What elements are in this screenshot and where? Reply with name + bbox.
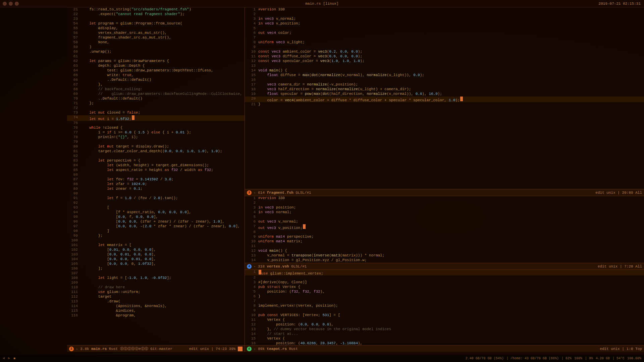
code-line: 91 let f = 1.0 / (fov / 2.0).tan(); xyxy=(67,196,245,201)
code-line: 21 fs::read_to_string("src/shaders/fragm… xyxy=(67,7,245,12)
statusbar-teapot: 5 - 89k teapot.rs Rust edit unix | 1:0 T… xyxy=(245,345,644,352)
code-line: 9 xyxy=(245,308,644,313)
code-line: 16 position: (40.6266, 28.3457, -1.10884… xyxy=(245,341,644,345)
all-label: All xyxy=(635,191,642,195)
home-usage: | /home: 43 GB/70 GB (66%) xyxy=(506,357,559,360)
maximize-button[interactable] xyxy=(15,2,19,6)
code-line: 18 vec3 half_direction = normalize(norma… xyxy=(245,87,644,92)
code-line: 6} xyxy=(245,294,644,299)
play-back-icon[interactable]: ⊲ xyxy=(3,356,5,360)
code-line: 10pub const VERTICES: [Vertex; 531] = [ xyxy=(245,313,644,318)
scroll-top: Top xyxy=(635,347,642,351)
code-area-teapot[interactable]: 1use glium::implement_vertex; 2 3#[deriv… xyxy=(245,270,644,345)
filetype: Rust xyxy=(109,347,120,351)
code-line: 59 ) xyxy=(67,45,245,50)
code-line: 116 &program, xyxy=(67,313,245,318)
titlebar: main.rs [linux] 2019-07-21 02:15:31 xyxy=(0,0,644,7)
code-line: 86 xyxy=(67,173,245,177)
code-line: 106 ]; xyxy=(67,266,245,271)
pane-indicator: 2 xyxy=(69,347,74,351)
code-line: 62 let params = glium::DrawParameters { xyxy=(67,59,245,64)
play-icon[interactable]: ⊳ xyxy=(8,356,10,360)
code-line: 58 None, xyxy=(67,40,245,45)
pane-teapot-rs[interactable]: 1use glium::implement_vertex; 2 3#[deriv… xyxy=(245,270,644,352)
code-line: 110 // draw here xyxy=(67,285,245,290)
code-line-cursor: 1use glium::implement_vertex; xyxy=(245,270,644,276)
pane-fragment-fsh[interactable]: 1#version 330 2 3in vec3 v_normal; 4in v… xyxy=(245,7,644,196)
code-line: 107 xyxy=(67,271,245,276)
datetime: 2019-07-21 02:15:31 xyxy=(599,2,641,6)
code-line: 21} xyxy=(245,102,644,107)
code-line: 2 xyxy=(245,12,644,17)
code-line-cursor: 74 let mut i = 1.5f32; xyxy=(67,115,245,121)
code-area-fragment[interactable]: 1#version 330 2 3in vec3 v_normal; 4in v… xyxy=(245,7,644,189)
code-line: 68 // backface_culling: xyxy=(67,87,245,92)
code-line: 3in vec3 v_normal; xyxy=(245,17,644,21)
code-line: 93 [ xyxy=(67,205,245,210)
mode: edit xyxy=(189,347,200,351)
code-line: 95 [0.0, f, 0.0, 0.0], xyxy=(67,215,245,220)
code-line: 73 let mut closed = false; xyxy=(67,111,245,115)
code-area-vertex[interactable]: 1#version 330 2 3in vec3 position; 4in v… xyxy=(245,196,644,263)
pane-vertex-vsh[interactable]: 1#version 330 2 3in vec3 position; 4in v… xyxy=(245,196,644,270)
code-line: 64 test: glium::draw_parameters::DepthTe… xyxy=(67,68,245,73)
code-line: 14void main() { xyxy=(245,68,644,73)
mode: edit xyxy=(595,191,606,195)
code-line: 89 let znear = 0.1; xyxy=(67,187,245,191)
line-count: - 3.8k xyxy=(76,347,91,351)
code-line: 65 write: true, xyxy=(67,73,245,78)
code-line: 23 xyxy=(67,17,245,21)
code-line: 100 xyxy=(67,238,245,243)
position: 7:20 xyxy=(624,264,635,268)
code-line: 1#version 330 xyxy=(245,196,644,201)
code-line: 75 xyxy=(67,121,245,126)
code-area-main-rs[interactable]: 21 fs::read_to_string("src/shaders/fragm… xyxy=(67,7,245,345)
code-line: 104 [0.0, 0.0, 0.01, 0.0], xyxy=(67,257,245,262)
code-line: 112 target xyxy=(67,295,245,299)
pane-indicator: 3 xyxy=(247,190,252,195)
os: unix | xyxy=(609,264,624,268)
close-button[interactable] xyxy=(3,2,7,6)
code-line: 92 xyxy=(67,201,245,205)
position: 1:0 xyxy=(627,347,635,351)
power: 100.00% xyxy=(627,357,641,360)
code-line: 88 let zfar = 1024.0; xyxy=(67,182,245,187)
code-line: 3#[derive(Copy, Clone)] xyxy=(245,280,644,285)
pane-indicator: 4 xyxy=(247,264,252,269)
code-line: 5 xyxy=(245,215,644,220)
code-line: 13 v_normal = transpose(inverse(mat3(mat… xyxy=(245,253,644,258)
code-line: 12const vec3 specular_color = vec3(1.0, … xyxy=(245,59,644,64)
code-line: 109 xyxy=(67,281,245,285)
filetype: Rust xyxy=(289,347,298,351)
code-line: 77 i = if i >= 6.0 { 1.5 } else { i + 0.… xyxy=(67,130,245,135)
temp: | 54°C xyxy=(612,357,625,360)
code-line: 5 xyxy=(245,26,644,31)
code-line: 108 let light = [-1.0, 1.0, -0.9f32]; xyxy=(67,276,245,281)
line-count: - 318 xyxy=(254,264,267,268)
git-label: Git-master xyxy=(150,347,175,351)
code-line: 80 let mut target = display.draw(); xyxy=(67,144,245,149)
pane-main-rs[interactable]: 21 fs::read_to_string("src/shaders/fragm… xyxy=(67,7,245,352)
code-line: 4pub struct Vertex { xyxy=(245,285,644,290)
code-line: 94 [f * aspect_ratio, 0.0, 0.0, 0.0], xyxy=(67,210,245,215)
cpu-usage: | 62% xyxy=(561,357,572,360)
filename: teapot.rs xyxy=(267,347,289,351)
code-line: 60 .unwrap(); xyxy=(67,50,245,54)
code-line: 14 // start at... xyxy=(245,332,644,337)
pane-indicator: 5 xyxy=(247,347,252,351)
stop-icon[interactable]: ■ xyxy=(13,357,15,360)
code-line: 19 float specular = pow(max(dot(half_dir… xyxy=(245,92,644,97)
code-line: 78 println!("{}", i); xyxy=(67,135,245,140)
code-line: 101 let mmatrix = [ xyxy=(67,243,245,248)
sysbar-right: 2.40 GB/78 GB (54%) | /home: 43 GB/70 GB… xyxy=(466,357,641,360)
minimize-button[interactable] xyxy=(9,2,13,6)
statusbar-vertex: 4 - 318 vertex.vsh GLSL/#1 edit unix | 7… xyxy=(245,263,644,269)
code-line: 96 [0.0, 0.0, (zfar + znear) / (zfar - z… xyxy=(67,220,245,224)
code-line: 8uniform vec3 u_light; xyxy=(245,40,644,45)
code-line: 16 xyxy=(245,78,644,82)
code-line: 6out vec4 color; xyxy=(245,31,644,36)
pane-right: 1#version 330 2 3in vec3 v_normal; 4in v… xyxy=(245,7,644,352)
code-line: 11 Vertex { xyxy=(245,318,644,322)
code-line: 7out vec3 v_position; xyxy=(245,224,644,230)
code-line: 81 target.clear_color_and_depth((0.0, 0.… xyxy=(67,149,245,154)
